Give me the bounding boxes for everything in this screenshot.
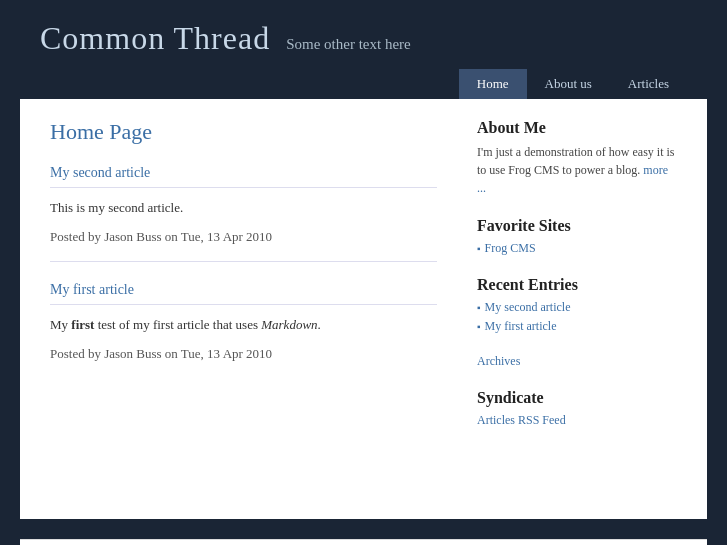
article-1-body: This is my second article. bbox=[50, 198, 437, 219]
article-2-divider bbox=[50, 304, 437, 305]
page-heading: Home Page bbox=[50, 119, 437, 145]
sidebar-recent-item-1: My first article bbox=[477, 319, 677, 334]
article-1: My second article This is my second arti… bbox=[50, 165, 437, 262]
nav-articles[interactable]: Articles bbox=[610, 69, 687, 99]
article-1-meta: Posted by Jason Buss on Tue, 13 Apr 2010 bbox=[50, 229, 437, 245]
article-1-title: My second article bbox=[50, 165, 437, 181]
sidebar-recent-item-0: My second article bbox=[477, 300, 677, 315]
sidebar-recent-link-0[interactable]: My second article bbox=[485, 300, 571, 315]
site-footer: ©Copyright 2011 Focused Management Solut… bbox=[20, 539, 707, 545]
article-2-meta: Posted by Jason Buss on Tue, 13 Apr 2010 bbox=[50, 346, 437, 362]
sidebar-recent-entries: Recent Entries My second article My firs… bbox=[477, 276, 677, 334]
main-nav: Home About us Articles bbox=[40, 69, 687, 99]
sidebar-archives: Archives bbox=[477, 354, 677, 369]
rss-feed-link[interactable]: Articles RSS Feed bbox=[477, 413, 677, 428]
sidebar-about-heading: About Me bbox=[477, 119, 677, 137]
main-content: Home Page My second article This is my s… bbox=[50, 119, 477, 448]
header-title-area: Common Thread Some other text here bbox=[40, 20, 687, 69]
sidebar-recent-heading: Recent Entries bbox=[477, 276, 677, 294]
sidebar: About Me I'm just a demonstration of how… bbox=[477, 119, 677, 448]
sidebar-favorites-heading: Favorite Sites bbox=[477, 217, 677, 235]
site-header: Common Thread Some other text here Home … bbox=[0, 0, 727, 99]
sidebar-syndicate: Syndicate Articles RSS Feed bbox=[477, 389, 677, 428]
sidebar-about-me: About Me I'm just a demonstration of how… bbox=[477, 119, 677, 197]
content-layout: Home Page My second article This is my s… bbox=[50, 119, 677, 448]
sidebar-recent-list: My second article My first article bbox=[477, 300, 677, 334]
nav-home[interactable]: Home bbox=[459, 69, 527, 99]
article-2-link[interactable]: My first article bbox=[50, 282, 134, 297]
sidebar-favorites-item-0: Frog CMS bbox=[477, 241, 677, 256]
nav-about[interactable]: About us bbox=[527, 69, 610, 99]
article-2: My first article My first test of my fir… bbox=[50, 282, 437, 378]
article-1-link[interactable]: My second article bbox=[50, 165, 150, 180]
article-2-title: My first article bbox=[50, 282, 437, 298]
sidebar-frogcms-link[interactable]: Frog CMS bbox=[485, 241, 536, 256]
article-1-divider bbox=[50, 187, 437, 188]
sidebar-favorites-list: Frog CMS bbox=[477, 241, 677, 256]
main-wrapper: Home Page My second article This is my s… bbox=[20, 99, 707, 519]
article-2-body: My first test of my first article that u… bbox=[50, 315, 437, 336]
sidebar-recent-link-1[interactable]: My first article bbox=[485, 319, 557, 334]
sidebar-syndicate-heading: Syndicate bbox=[477, 389, 677, 407]
sidebar-about-text: I'm just a demonstration of how easy it … bbox=[477, 143, 677, 197]
archives-link[interactable]: Archives bbox=[477, 354, 677, 369]
site-tagline: Some other text here bbox=[286, 36, 411, 53]
sidebar-favorite-sites: Favorite Sites Frog CMS bbox=[477, 217, 677, 256]
site-title: Common Thread bbox=[40, 20, 270, 57]
